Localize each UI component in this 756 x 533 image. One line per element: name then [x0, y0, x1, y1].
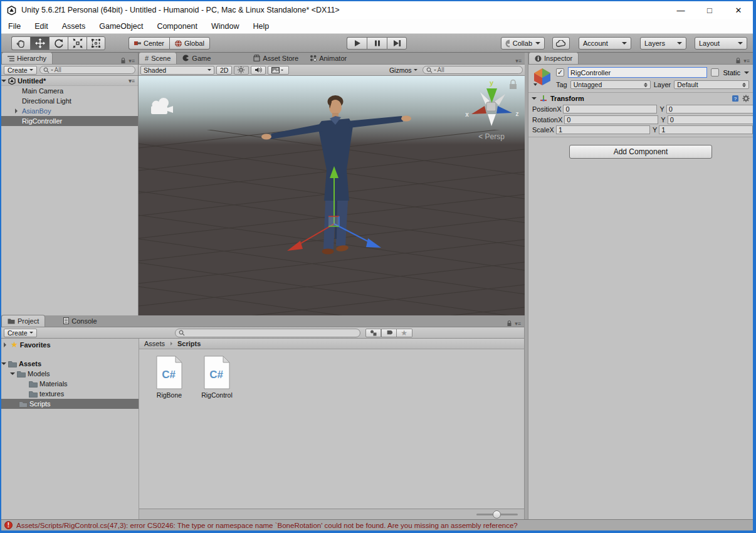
project-search-input[interactable]	[175, 329, 360, 337]
breadcrumb-scripts[interactable]: Scripts	[177, 340, 201, 347]
tab-animator[interactable]: Animator	[304, 52, 352, 64]
tree-item-models[interactable]: Models	[1, 369, 139, 379]
panel-menu-icon[interactable]: ▾≡	[515, 320, 521, 327]
foldout-icon[interactable]	[1, 362, 6, 367]
rect-tool-button[interactable]	[87, 36, 105, 50]
hierarchy-item-main-camera[interactable]: Main Camera	[1, 86, 138, 96]
tab-console[interactable]: Console	[58, 315, 102, 327]
active-checkbox[interactable]: ✓	[556, 68, 564, 77]
file-rigbone[interactable]: C# RigBone	[147, 356, 191, 399]
menu-help[interactable]: Help	[246, 19, 276, 33]
breadcrumb-assets[interactable]: Assets	[144, 340, 165, 347]
tab-inspector[interactable]: Inspector	[528, 52, 579, 64]
scene-row-menu-icon[interactable]: ▾≡	[125, 78, 138, 84]
tree-item-assets[interactable]: Assets	[1, 359, 139, 369]
menu-file[interactable]: File	[1, 19, 28, 33]
rotation-x-field[interactable]	[564, 115, 658, 124]
menu-edit[interactable]: Edit	[28, 19, 55, 33]
pause-button[interactable]	[367, 37, 387, 50]
rotation-y-field[interactable]	[668, 115, 756, 124]
scale-y-field[interactable]	[659, 125, 753, 134]
position-y-field[interactable]	[666, 105, 756, 113]
status-bar[interactable]: ! Assets/Scripts/RigControl.cs(47,3): er…	[1, 519, 753, 530]
lighting-toggle-button[interactable]	[234, 66, 249, 75]
hand-tool-button[interactable]	[11, 36, 30, 50]
scale-x-field[interactable]	[556, 125, 650, 134]
help-icon[interactable]: ?	[732, 95, 739, 102]
layer-dropdown[interactable]: Default	[674, 80, 749, 89]
file-rigcontrol[interactable]: C# RigControl	[195, 356, 239, 399]
tab-asset-store[interactable]: Asset Store	[248, 52, 304, 64]
search-filter-icon[interactable]	[51, 70, 53, 72]
hierarchy-item-asianboy[interactable]: AsianBoy	[1, 106, 138, 116]
icon-size-slider[interactable]	[476, 514, 518, 515]
slider-knob[interactable]	[493, 510, 501, 519]
2d-toggle-button[interactable]: 2D	[216, 66, 232, 75]
static-dropdown-icon[interactable]	[744, 71, 749, 77]
hierarchy-item-rigcontroller[interactable]: RigController	[1, 116, 138, 126]
minimize-button[interactable]: —	[666, 1, 695, 19]
panel-menu-icon[interactable]: ▾≡	[515, 58, 522, 64]
hierarchy-search-input[interactable]: All	[39, 66, 135, 74]
layout-dropdown[interactable]: Layout	[695, 37, 747, 50]
collab-dropdown[interactable]: Collab	[501, 37, 545, 50]
search-by-label-button[interactable]	[381, 329, 397, 337]
menu-gameobject[interactable]: GameObject	[92, 19, 150, 33]
tag-dropdown[interactable]: Untagged	[570, 80, 651, 89]
maximize-button[interactable]: □	[695, 1, 724, 19]
saved-search-button[interactable]: ★	[397, 329, 412, 337]
tab-project[interactable]: Project	[1, 315, 45, 327]
play-button[interactable]	[347, 37, 367, 50]
lock-icon[interactable]	[735, 57, 741, 64]
hierarchy-create-button[interactable]: Create	[4, 66, 37, 75]
shading-mode-dropdown[interactable]: Shaded	[140, 66, 214, 75]
scene-header-row[interactable]: Untitled* ▾≡	[1, 76, 138, 86]
scene-viewport[interactable]: y x z < Persp	[139, 76, 525, 315]
scene-search-input[interactable]: All	[423, 66, 523, 74]
tree-item-favorites[interactable]: ★ Favorites	[1, 340, 139, 350]
tree-item-materials[interactable]: Materials	[1, 379, 139, 389]
search-by-type-button[interactable]	[365, 329, 381, 337]
close-button[interactable]: ✕	[724, 1, 753, 19]
project-create-button[interactable]: Create	[4, 329, 37, 337]
step-button[interactable]	[387, 37, 407, 50]
menu-assets[interactable]: Assets	[55, 19, 93, 33]
add-component-button[interactable]: Add Component	[569, 145, 712, 159]
rotate-tool-button[interactable]	[49, 36, 68, 50]
gameobject-name-input[interactable]	[568, 67, 707, 78]
move-tool-button[interactable]	[30, 36, 49, 50]
pivot-center-button[interactable]: Center	[129, 37, 169, 50]
tab-hierarchy[interactable]: Hierarchy	[1, 52, 53, 64]
panel-menu-icon[interactable]: ▾≡	[129, 58, 135, 64]
space-global-button[interactable]: Global	[169, 37, 210, 50]
lock-icon[interactable]	[120, 57, 126, 64]
layers-dropdown[interactable]: Layers	[640, 37, 686, 50]
search-filter-icon[interactable]	[434, 70, 436, 72]
project-content-area[interactable]: C# RigBone C# RigControl	[139, 349, 524, 509]
tree-item-textures[interactable]: textures	[1, 389, 139, 399]
position-x-field[interactable]	[563, 105, 657, 113]
account-dropdown[interactable]: Account	[579, 37, 631, 50]
transform-component-header[interactable]: Transform ?	[528, 92, 753, 103]
expand-icon[interactable]	[15, 108, 20, 113]
tab-game[interactable]: Game	[177, 52, 216, 64]
menu-window[interactable]: Window	[204, 19, 246, 33]
effects-dropdown-button[interactable]	[268, 66, 289, 75]
gear-icon[interactable]	[742, 95, 750, 102]
foldout-icon[interactable]	[1, 80, 6, 85]
audio-toggle-button[interactable]	[251, 66, 266, 75]
hierarchy-item-directional-light[interactable]: Directional Light	[1, 96, 138, 106]
scale-tool-button[interactable]	[68, 36, 87, 50]
panel-menu-icon[interactable]: ▾≡	[743, 58, 750, 64]
lock-icon[interactable]	[507, 320, 512, 327]
tree-item-scripts[interactable]: Scripts	[1, 399, 139, 409]
expand-icon[interactable]	[4, 342, 9, 347]
foldout-icon[interactable]	[10, 372, 15, 377]
static-checkbox[interactable]: ✓	[711, 68, 719, 77]
tab-scene[interactable]: # Scene	[139, 52, 177, 64]
cloud-button[interactable]	[552, 37, 570, 50]
menu-component[interactable]: Component	[150, 19, 204, 33]
gameobject-cube-icon[interactable]	[532, 67, 552, 86]
gizmos-dropdown[interactable]: Gizmos	[386, 66, 421, 75]
foldout-icon[interactable]	[532, 97, 537, 102]
